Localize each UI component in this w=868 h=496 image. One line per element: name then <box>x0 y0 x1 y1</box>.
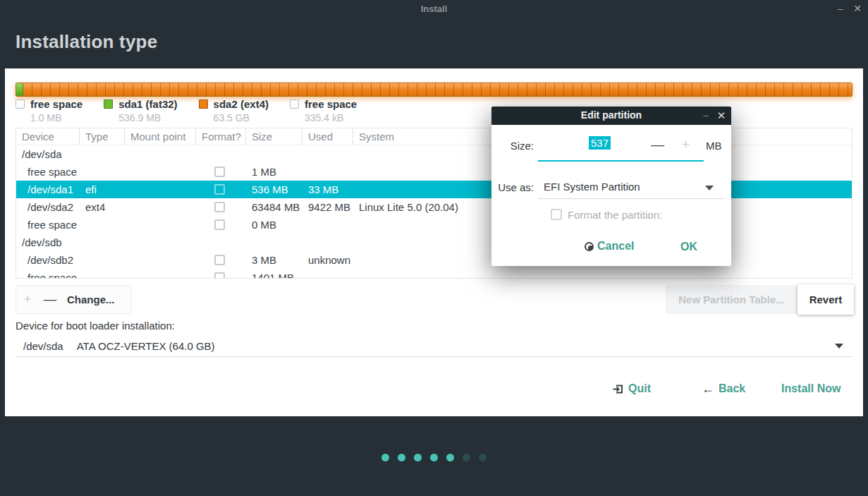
back-arrow-icon: ← <box>702 383 714 394</box>
progress-dot-active <box>446 454 454 461</box>
dialog-minimize-icon[interactable]: – <box>699 109 713 123</box>
table-cell-size: 63484 MB <box>246 201 302 213</box>
bootloader-device-description: ATA OCZ-VERTEX (64.0 GB) <box>77 340 215 352</box>
table-cell-device: free space <box>16 272 80 279</box>
format-checkbox[interactable] <box>214 272 225 279</box>
table-cell-size: 1 MB <box>246 166 302 178</box>
window-title: Install <box>0 4 868 14</box>
dialog-titlebar: Edit partition – ✕ <box>491 107 731 125</box>
table-cell-format <box>196 219 246 230</box>
install-now-button[interactable]: Install Now <box>781 382 841 395</box>
table-cell-device: /dev/sdb <box>16 236 80 248</box>
table-header-cell[interactable]: Size <box>246 128 302 145</box>
table-cell-device: free space <box>16 166 80 178</box>
table-cell-size: 3 MB <box>246 254 302 266</box>
progress-dot-active <box>381 454 389 461</box>
chevron-down-icon <box>835 344 843 349</box>
new-partition-table-button[interactable]: New Partition Table... <box>666 285 797 314</box>
minimize-icon[interactable]: – <box>833 1 848 16</box>
legend: free space1.0 MBsda1 (fat32)536.9 MBsda2… <box>16 98 378 123</box>
legend-item: sda1 (fat32)536.9 MB <box>104 98 177 123</box>
progress-dot-active <box>414 454 422 461</box>
format-partition-label: Format the partition: <box>568 209 662 221</box>
legend-swatch-icon <box>199 99 208 109</box>
table-header-cell[interactable]: Device <box>16 128 80 145</box>
table-cell-used: unknown <box>302 254 353 266</box>
format-checkbox[interactable] <box>214 255 225 265</box>
chevron-down-icon <box>705 186 714 190</box>
dialog-title: Edit partition <box>491 109 731 121</box>
revert-button[interactable]: Revert <box>797 284 854 315</box>
legend-item: free space1.0 MB <box>16 98 82 123</box>
partition-bar-segment-sda2 <box>23 83 852 96</box>
table-header-cell[interactable]: Mount point <box>125 128 196 145</box>
legend-item: free space335.4 kB <box>290 98 357 123</box>
quit-icon <box>612 383 624 395</box>
legend-size: 335.4 kB <box>305 112 357 123</box>
table-row[interactable]: free space1401 MB <box>16 269 852 279</box>
legend-label: sda1 (fat32) <box>118 98 177 110</box>
table-header-cell[interactable]: Used <box>302 128 353 145</box>
edit-partition-dialog: Edit partition – ✕ Size: 537 — + MB Use … <box>491 107 731 266</box>
remove-partition-button[interactable]: — <box>39 292 61 307</box>
size-decrease-button[interactable]: — <box>651 137 664 152</box>
size-value[interactable]: 537 <box>589 136 611 150</box>
back-button[interactable]: ← Back <box>702 382 745 395</box>
progress-dots <box>0 454 868 461</box>
legend-label: free space <box>305 98 357 110</box>
legend-swatch-icon <box>104 99 113 109</box>
progress-dot-active <box>430 454 438 461</box>
legend-size: 1.0 MB <box>30 112 82 123</box>
progress-dot-active <box>398 454 405 461</box>
main-panel: Your installation medium is on /dev/sdb.… <box>5 68 863 416</box>
table-cell-device: /dev/sdb2 <box>16 254 80 266</box>
format-checkbox[interactable] <box>214 167 225 177</box>
table-cell-device: /dev/sda1 <box>16 183 80 195</box>
table-header-cell[interactable]: Format? <box>196 128 246 145</box>
legend-label: sda2 (ext4) <box>214 98 269 110</box>
bootloader-label: Device for boot loader installation: <box>16 320 175 332</box>
size-input-underline <box>538 160 704 162</box>
use-as-label: Use as: <box>491 181 534 193</box>
page-title: Installation type <box>16 31 157 53</box>
size-input[interactable]: 537 <box>538 137 661 150</box>
format-checkbox[interactable] <box>214 184 225 195</box>
table-cell-format <box>196 184 246 195</box>
bootloader-device-select[interactable]: /dev/sda ATA OCZ-VERTEX (64.0 GB) <box>16 335 852 357</box>
legend-size: 536.9 MB <box>118 112 177 123</box>
install-now-label: Install Now <box>781 382 841 395</box>
legend-item: sda2 (ext4)63.5 GB <box>199 98 269 123</box>
partition-actions-group: + — Change... <box>16 285 132 314</box>
table-cell-size: 1401 MB <box>246 272 302 279</box>
partition-bar <box>16 83 852 97</box>
legend-label: free space <box>30 98 82 110</box>
table-cell-used: 9422 MB <box>302 201 353 213</box>
table-cell-size: 536 MB <box>246 183 302 195</box>
cancel-icon <box>585 242 594 251</box>
format-checkbox[interactable] <box>214 219 225 230</box>
size-unit-label: MB <box>706 140 722 152</box>
cancel-button[interactable]: Cancel <box>585 240 634 253</box>
close-icon[interactable]: ✕ <box>850 1 865 16</box>
format-checkbox[interactable] <box>214 202 225 212</box>
table-header-cell[interactable]: Type <box>80 128 125 145</box>
ok-button[interactable]: OK <box>680 241 697 253</box>
change-partition-button[interactable]: Change... <box>67 294 115 306</box>
dialog-close-icon[interactable]: ✕ <box>714 109 728 123</box>
table-cell-format <box>196 202 246 212</box>
add-partition-button[interactable]: + <box>16 292 39 307</box>
cancel-label: Cancel <box>597 240 634 253</box>
progress-dot-inactive <box>479 454 487 461</box>
size-increase-button[interactable]: + <box>682 137 690 152</box>
quit-label: Quit <box>628 382 651 395</box>
quit-button[interactable]: Quit <box>612 382 651 395</box>
use-as-select[interactable]: EFI System Partition <box>544 181 640 193</box>
table-cell-type: ext4 <box>80 201 125 213</box>
table-cell-format <box>196 272 246 279</box>
table-cell-type: efi <box>80 183 125 195</box>
format-partition-checkbox[interactable] <box>551 209 562 220</box>
window-titlebar: Install – ✕ <box>0 0 868 18</box>
table-cell-format <box>196 255 246 265</box>
use-as-underline <box>538 198 725 199</box>
table-cell-device: free space <box>16 219 80 231</box>
